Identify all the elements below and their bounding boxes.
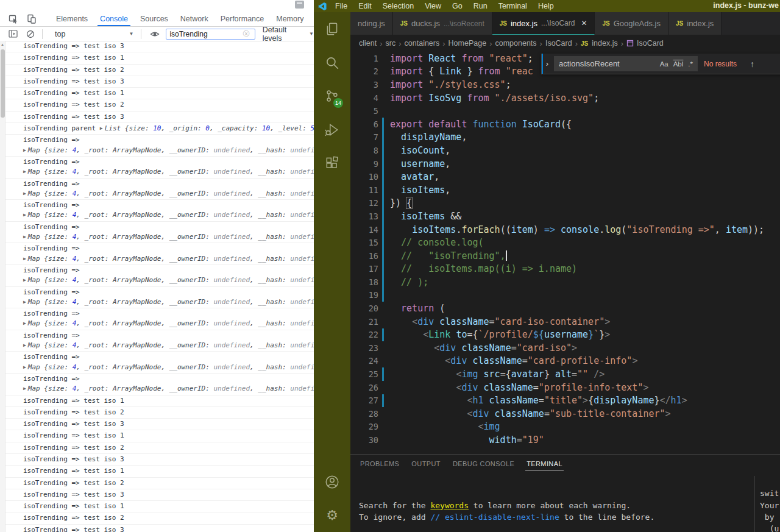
tab-label: index.js xyxy=(511,19,537,28)
close-icon[interactable]: ✕ xyxy=(581,19,587,27)
breadcrumb-label: index.js xyxy=(592,39,617,48)
code-line: 21 <div className="card-iso-container"> xyxy=(350,315,780,328)
log-levels-dropdown[interactable]: Default levels ▼ xyxy=(263,26,314,43)
terminal-split-right[interactable]: switYour by (u xyxy=(754,476,780,532)
console-log-row: isoTrending => test iso 3 xyxy=(5,454,314,466)
expand-arrow-icon[interactable]: ▶ xyxy=(23,277,26,283)
breadcrumb-item-components[interactable]: components xyxy=(495,39,536,48)
run-debug-icon[interactable] xyxy=(314,113,350,146)
breadcrumb-chevron-icon: › xyxy=(489,39,492,48)
line-number: 6 xyxy=(350,119,378,129)
find-previous-icon[interactable]: ↑ xyxy=(750,59,754,69)
eye-icon[interactable] xyxy=(150,30,160,38)
editor-tab-index-js[interactable]: JSindex.js...\IsoCard✕ xyxy=(492,12,595,35)
devtools-tab-performance[interactable]: Performance xyxy=(214,11,271,26)
console-filter-box[interactable]: ⓧ xyxy=(166,29,255,40)
expand-arrow-icon[interactable]: ▶ xyxy=(23,342,26,348)
devtools-tab-console[interactable]: Console xyxy=(94,11,134,26)
terminal-line xyxy=(760,476,780,488)
whole-word-icon[interactable]: Abl xyxy=(671,60,686,68)
extensions-icon[interactable] xyxy=(314,146,350,180)
breadcrumb-item-containers[interactable]: containers xyxy=(405,39,440,48)
devtools-tab-network[interactable]: Network xyxy=(174,11,214,26)
scroll-up-arrow-icon[interactable]: ▲ xyxy=(0,41,5,46)
browser-extension-icon[interactable] xyxy=(295,1,304,9)
code-line: 4import IsoSvg from "./assets/iso.svg"; xyxy=(350,91,780,105)
line-number: 3 xyxy=(350,80,378,90)
search-icon[interactable] xyxy=(314,46,350,79)
expand-arrow-icon[interactable]: ▶ xyxy=(23,234,26,239)
source-control-icon[interactable]: 14 xyxy=(314,79,350,113)
line-number: 12 xyxy=(350,198,378,208)
code-line: 22 <Link to={`/profile/${username}`}> xyxy=(350,328,780,341)
expand-arrow-icon[interactable]: ▶ xyxy=(23,386,26,391)
find-input[interactable]: actionsIsoRecent Aa Abl .* xyxy=(554,56,698,71)
regex-icon[interactable]: .* xyxy=(686,60,695,68)
filter-input[interactable] xyxy=(169,30,243,38)
expand-arrow-icon[interactable]: ▶ xyxy=(23,169,26,174)
inspect-element-icon[interactable] xyxy=(9,14,18,24)
devtools-tab-elements[interactable]: Elements xyxy=(50,11,94,26)
breadcrumb[interactable]: client›src›containers›HomePage›component… xyxy=(350,35,780,52)
line-number: 23 xyxy=(350,343,378,353)
code-line: 13 isoItems && xyxy=(350,210,780,223)
breadcrumb-item-isocard[interactable]: IsoCard xyxy=(545,39,572,48)
console-log-area: isoTrending => test iso 3isoTrending => … xyxy=(5,41,314,532)
menu-selection[interactable]: Selection xyxy=(377,0,419,12)
code-line: 9 username, xyxy=(350,157,780,171)
find-toggle-chevron-icon[interactable]: › xyxy=(542,54,551,74)
line-number: 15 xyxy=(350,238,378,247)
context-selector[interactable]: top ▼ xyxy=(55,30,133,38)
devtools-tab-memory[interactable]: Memory xyxy=(270,11,310,26)
expand-arrow-icon[interactable]: ▶ xyxy=(23,147,26,153)
explorer-icon[interactable] xyxy=(314,12,350,46)
breadcrumb-item-index-js[interactable]: JSindex.js xyxy=(581,39,618,48)
editor-tab-index-js[interactable]: JSindex.js xyxy=(668,12,722,35)
bottom-panel: PROBLEMSOUTPUTDEBUG CONSOLETERMINAL Sear… xyxy=(350,454,780,532)
settings-gear-icon[interactable]: ⚙ xyxy=(314,498,350,532)
panel-tab-output[interactable]: OUTPUT xyxy=(410,458,442,470)
menu-run[interactable]: Run xyxy=(468,0,493,12)
breadcrumb-item-isocard[interactable]: IsoCard xyxy=(626,39,664,48)
account-icon[interactable] xyxy=(314,465,350,498)
console-scrollbar[interactable]: ▲ xyxy=(0,41,5,532)
code-text: avatar, xyxy=(390,171,439,182)
expand-arrow-icon[interactable]: ▶ xyxy=(23,256,26,261)
console-sidebar-icon[interactable] xyxy=(9,30,18,38)
expand-arrow-icon[interactable]: ▶ xyxy=(100,126,103,131)
clear-console-icon[interactable] xyxy=(26,30,35,38)
console-list-row: isoTrending parent ▶List {size: 10, _ori… xyxy=(5,123,314,135)
breadcrumb-item-src[interactable]: src xyxy=(386,39,396,48)
editor-tab-nding-js[interactable]: nding.js xyxy=(350,12,393,35)
expand-arrow-icon[interactable]: ▶ xyxy=(23,321,26,326)
expand-arrow-icon[interactable]: ▶ xyxy=(23,299,26,305)
panel-tab-problems[interactable]: PROBLEMS xyxy=(359,458,400,470)
match-case-icon[interactable]: Aa xyxy=(658,60,671,68)
menu-edit[interactable]: Edit xyxy=(353,0,377,12)
line-number: 16 xyxy=(350,251,378,261)
line-number: 27 xyxy=(350,395,378,405)
breadcrumb-item-client[interactable]: client xyxy=(359,39,377,48)
device-toolbar-icon[interactable] xyxy=(27,14,37,24)
expand-arrow-icon[interactable]: ▶ xyxy=(23,364,26,370)
menu-view[interactable]: View xyxy=(419,0,447,12)
screen: ElementsConsoleSourcesNetworkPerformance… xyxy=(0,0,780,532)
menu-terminal[interactable]: Terminal xyxy=(493,0,533,12)
devtools-tab-sources[interactable]: Sources xyxy=(134,11,174,26)
clear-filter-icon[interactable]: ⓧ xyxy=(243,29,249,38)
expand-arrow-icon[interactable]: ▶ xyxy=(23,191,26,196)
menu-file[interactable]: File xyxy=(330,0,353,12)
panel-tab-debug-console[interactable]: DEBUG CONSOLE xyxy=(452,458,516,470)
scrollbar-thumb[interactable] xyxy=(1,49,5,118)
editor-tab-ducks-js[interactable]: JSducks.js...\isoRecent xyxy=(393,12,492,35)
menu-help[interactable]: Help xyxy=(533,0,559,12)
expand-arrow-icon[interactable]: ▶ xyxy=(23,212,26,218)
editor-tab-GoogleAds-js[interactable]: JSGoogleAds.js xyxy=(595,12,668,35)
breadcrumb-item-homepage[interactable]: HomePage xyxy=(448,39,487,48)
terminal-output[interactable]: Search for the keywords to learn more ab… xyxy=(359,476,780,532)
code-line: 12}) { xyxy=(350,197,780,210)
menu-go[interactable]: Go xyxy=(447,0,468,12)
console-log-row: isoTrending => test iso 2 xyxy=(5,512,314,524)
panel-tab-terminal[interactable]: TERMINAL xyxy=(525,458,564,470)
line-number: 9 xyxy=(350,159,378,169)
